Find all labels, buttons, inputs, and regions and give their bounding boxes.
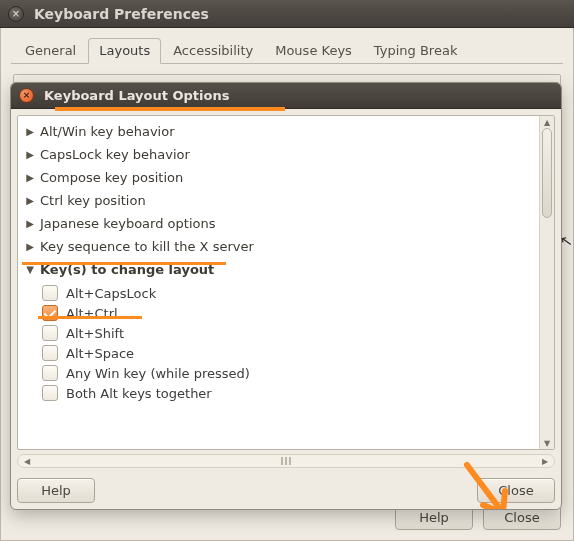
annotation-underline-title (55, 107, 285, 111)
group-ctrl[interactable]: ▶ Ctrl key position (22, 189, 537, 212)
inner-close-button[interactable]: Close (477, 478, 555, 503)
option-label: Both Alt keys together (66, 386, 212, 401)
inner-body: ▶ Alt/Win key behavior ▶ CapsLock key be… (11, 109, 561, 509)
checkbox-icon[interactable] (42, 385, 58, 401)
checkbox-icon[interactable] (42, 325, 58, 341)
outer-titlebar: × Keyboard Preferences (0, 0, 574, 28)
option-any-win[interactable]: Any Win key (while pressed) (22, 365, 537, 381)
chevron-right-icon: ▶ (24, 195, 36, 207)
checkbox-icon[interactable] (42, 345, 58, 361)
option-label: Any Win key (while pressed) (66, 366, 250, 381)
chevron-down-icon: ▼ (24, 264, 36, 276)
tab-layouts[interactable]: Layouts (88, 38, 161, 64)
inner-close-icon[interactable]: × (19, 88, 34, 103)
tab-typing-break[interactable]: Typing Break (364, 39, 468, 63)
checkbox-icon[interactable] (42, 285, 58, 301)
scrollbar-grip-icon (271, 457, 301, 465)
options-tree: ▶ Alt/Win key behavior ▶ CapsLock key be… (17, 115, 555, 450)
horizontal-scrollbar[interactable]: ◀ ▶ (17, 454, 555, 468)
outer-title: Keyboard Preferences (34, 6, 209, 22)
option-alt-space[interactable]: Alt+Space (22, 345, 537, 361)
inner-titlebar: × Keyboard Layout Options (11, 83, 561, 109)
group-capslock[interactable]: ▶ CapsLock key behavior (22, 143, 537, 166)
option-alt-shift[interactable]: Alt+Shift (22, 325, 537, 341)
group-compose[interactable]: ▶ Compose key position (22, 166, 537, 189)
chevron-right-icon: ▶ (24, 218, 36, 230)
chevron-right-icon: ▶ (24, 126, 36, 138)
keyboard-preferences-window: × Keyboard Preferences General Layouts A… (0, 0, 574, 541)
inner-button-row: Help Close (17, 478, 555, 503)
annotation-underline-option (38, 316, 142, 319)
group-japanese[interactable]: ▶ Japanese keyboard options (22, 212, 537, 235)
scroll-up-icon[interactable]: ▲ (542, 117, 552, 127)
group-alt-win[interactable]: ▶ Alt/Win key behavior (22, 120, 537, 143)
tab-bar: General Layouts Accessibility Mouse Keys… (11, 38, 563, 64)
scroll-down-icon[interactable]: ▼ (542, 438, 552, 448)
option-both-alt[interactable]: Both Alt keys together (22, 385, 537, 401)
tab-accessibility[interactable]: Accessibility (163, 39, 263, 63)
option-label: Alt+CapsLock (66, 286, 156, 301)
chevron-right-icon: ▶ (24, 149, 36, 161)
group-kill-x[interactable]: ▶ Key sequence to kill the X server (22, 235, 537, 258)
vertical-scrollbar[interactable]: ▲ ▼ (539, 116, 554, 449)
tab-mouse-keys[interactable]: Mouse Keys (265, 39, 362, 63)
scroll-left-icon[interactable]: ◀ (20, 455, 34, 467)
option-label: Alt+Shift (66, 326, 124, 341)
keyboard-layout-options-dialog: × Keyboard Layout Options ▶ Alt/Win key … (10, 82, 562, 510)
chevron-right-icon: ▶ (24, 241, 36, 253)
options-tree-viewport[interactable]: ▶ Alt/Win key behavior ▶ CapsLock key be… (18, 116, 539, 449)
option-label: Alt+Space (66, 346, 134, 361)
outer-close-icon[interactable]: × (8, 6, 24, 22)
option-alt-capslock[interactable]: Alt+CapsLock (22, 285, 537, 301)
tab-general[interactable]: General (15, 39, 86, 63)
inner-help-button[interactable]: Help (17, 478, 95, 503)
chevron-right-icon: ▶ (24, 172, 36, 184)
scrollbar-thumb[interactable] (542, 128, 552, 218)
checkbox-icon[interactable] (42, 365, 58, 381)
scroll-right-icon[interactable]: ▶ (538, 455, 552, 467)
inner-title: Keyboard Layout Options (44, 88, 229, 103)
annotation-underline-group (22, 262, 226, 265)
